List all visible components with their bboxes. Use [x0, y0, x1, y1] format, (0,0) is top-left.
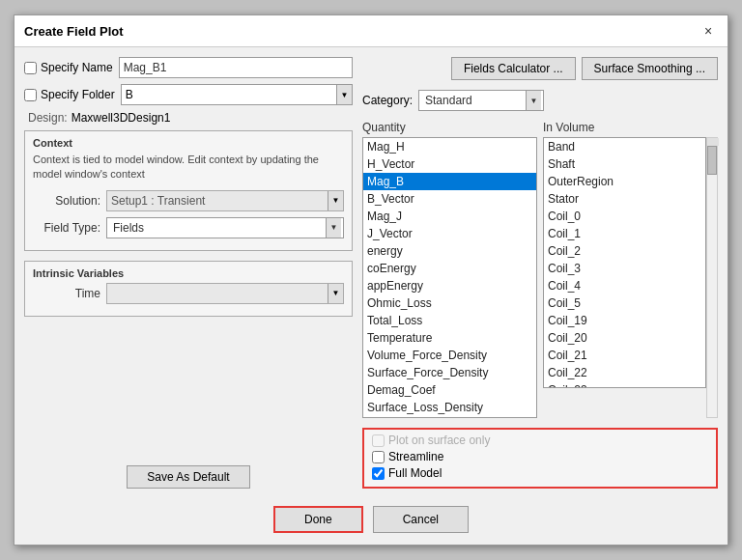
create-field-plot-dialog: Create Field Plot × Specify Name Specify… — [14, 14, 728, 546]
field-type-combo[interactable]: Fields ▼ — [106, 217, 344, 238]
bottom-checkboxes: Plot on surface only Streamline Full Mod… — [362, 428, 718, 489]
involume-list-item[interactable]: Band — [544, 138, 705, 155]
folder-combo-arrow[interactable]: ▼ — [336, 85, 352, 104]
involume-scrollbar[interactable] — [706, 137, 718, 418]
quantity-list-item[interactable]: Surface_Force_Density — [363, 364, 536, 381]
involume-list[interactable]: BandShaftOuterRegionStatorCoil_0Coil_1Co… — [543, 137, 706, 388]
involume-list-item[interactable]: Shaft — [544, 155, 705, 173]
quantity-list-item[interactable]: coEnergy — [363, 260, 536, 277]
field-type-row: Field Type: Fields ▼ — [33, 217, 344, 238]
folder-combo[interactable]: B ▼ — [121, 84, 353, 105]
involume-col-header: In Volume — [543, 121, 718, 134]
plot-on-surface-row: Plot on surface only — [372, 434, 708, 447]
quantity-list-item[interactable]: Total_Loss — [363, 312, 536, 329]
quantity-list-item[interactable]: Ohmic_Loss — [363, 294, 536, 312]
plot-on-surface-checkbox[interactable] — [372, 434, 385, 447]
dialog-title: Create Field Plot — [24, 24, 124, 39]
specify-folder-row: Specify Folder B ▼ — [24, 84, 353, 105]
involume-list-item[interactable]: Coil_0 — [544, 208, 705, 225]
specify-folder-checkbox-label[interactable]: Specify Folder — [24, 88, 115, 101]
quantity-list-item[interactable]: J_Vector — [363, 225, 536, 242]
involume-list-item[interactable]: Coil_19 — [544, 312, 705, 329]
involume-list-item[interactable]: Coil_22 — [544, 364, 705, 381]
quantity-list-item[interactable]: Demag_Coef — [363, 381, 536, 399]
quantity-list-item[interactable]: appEnergy — [363, 277, 536, 294]
intrinsic-group: Intrinsic Variables Time ▼ — [24, 261, 353, 317]
involume-list-item[interactable]: Coil_23 — [544, 381, 705, 388]
category-label: Category: — [362, 94, 413, 107]
time-combo[interactable]: ▼ — [106, 283, 344, 304]
left-panel: Specify Name Specify Folder B ▼ Design: … — [24, 57, 353, 489]
quantity-list-item[interactable]: H_Vector — [363, 155, 536, 173]
specify-folder-checkbox[interactable] — [24, 89, 37, 101]
involume-list-item[interactable]: Coil_2 — [544, 242, 705, 260]
involume-list-item[interactable]: Coil_21 — [544, 347, 705, 364]
fields-calculator-button[interactable]: Fields Calculator ... — [451, 57, 576, 80]
title-bar: Create Field Plot × — [14, 15, 728, 47]
streamline-row: Streamline — [372, 450, 708, 463]
category-combo-arrow[interactable]: ▼ — [526, 91, 541, 110]
involume-list-item[interactable]: Coil_1 — [544, 225, 705, 242]
scroll-thumb[interactable] — [707, 146, 717, 175]
specify-name-checkbox[interactable] — [24, 62, 37, 74]
columns-area: Quantity Mag_HH_VectorMag_BB_VectorMag_J… — [362, 121, 718, 418]
save-default-button[interactable]: Save As Default — [127, 465, 249, 489]
context-desc: Context is tied to model window. Edit co… — [33, 153, 344, 182]
quantity-column: Quantity Mag_HH_VectorMag_BB_VectorMag_J… — [362, 121, 537, 418]
category-row: Category: Standard ▼ — [362, 90, 718, 111]
specify-name-checkbox-label[interactable]: Specify Name — [24, 61, 113, 74]
full-model-checkbox[interactable] — [372, 467, 385, 480]
time-combo-arrow[interactable]: ▼ — [328, 284, 343, 303]
involume-list-item[interactable]: Coil_4 — [544, 277, 705, 294]
intrinsic-title: Intrinsic Variables — [33, 267, 344, 279]
done-button[interactable]: Done — [273, 506, 363, 533]
specify-name-row: Specify Name — [24, 57, 353, 78]
involume-column: In Volume BandShaftOuterRegionStatorCoil… — [543, 121, 718, 418]
involume-list-item[interactable]: Coil_5 — [544, 294, 705, 312]
solution-row: Solution: Setup1 : Transient ▼ — [33, 190, 344, 211]
name-input[interactable] — [119, 57, 353, 78]
involume-list-item[interactable]: Stator — [544, 190, 705, 208]
top-buttons: Fields Calculator ... Surface Smoothing … — [362, 57, 718, 80]
dialog-body: Specify Name Specify Folder B ▼ Design: … — [14, 47, 728, 498]
quantity-list-item[interactable]: Volume_Force_Density — [363, 347, 536, 364]
involume-list-item[interactable]: OuterRegion — [544, 173, 705, 190]
dialog-footer: Done Cancel — [14, 498, 728, 545]
quantity-list-item[interactable]: Temperature — [363, 329, 536, 347]
involume-list-item[interactable]: Coil_20 — [544, 329, 705, 347]
time-row: Time ▼ — [33, 283, 344, 304]
solution-combo-arrow[interactable]: ▼ — [328, 191, 343, 210]
quantity-list-item[interactable]: Mag_J — [363, 208, 536, 225]
involume-list-item[interactable]: Coil_3 — [544, 260, 705, 277]
quantity-list-item[interactable]: energy — [363, 242, 536, 260]
cancel-button[interactable]: Cancel — [373, 506, 469, 533]
design-row: Design: Maxwell3DDesign1 — [24, 111, 353, 125]
quantity-list-item[interactable]: Surface_Loss_Density — [363, 399, 536, 416]
quantity-list-item[interactable]: B_Vector — [363, 190, 536, 208]
solution-combo[interactable]: Setup1 : Transient ▼ — [106, 190, 344, 211]
field-type-combo-arrow[interactable]: ▼ — [326, 218, 341, 238]
streamline-checkbox[interactable] — [372, 451, 385, 463]
full-model-row: Full Model — [372, 466, 708, 480]
context-group-title: Context — [33, 137, 344, 149]
quantity-col-header: Quantity — [362, 121, 537, 134]
quantity-list[interactable]: Mag_HH_VectorMag_BB_VectorMag_JJ_Vectore… — [362, 137, 537, 418]
category-combo[interactable]: Standard ▼ — [418, 90, 544, 111]
design-value: Maxwell3DDesign1 — [71, 111, 171, 125]
right-panel: Fields Calculator ... Surface Smoothing … — [362, 57, 718, 489]
quantity-list-item[interactable]: Mag_B — [363, 173, 536, 190]
close-button[interactable]: × — [699, 21, 718, 41]
surface-smoothing-button[interactable]: Surface Smoothing ... — [582, 57, 718, 80]
quantity-list-item[interactable]: Mag_H — [363, 138, 536, 155]
context-group: Context Context is tied to model window.… — [24, 130, 353, 251]
